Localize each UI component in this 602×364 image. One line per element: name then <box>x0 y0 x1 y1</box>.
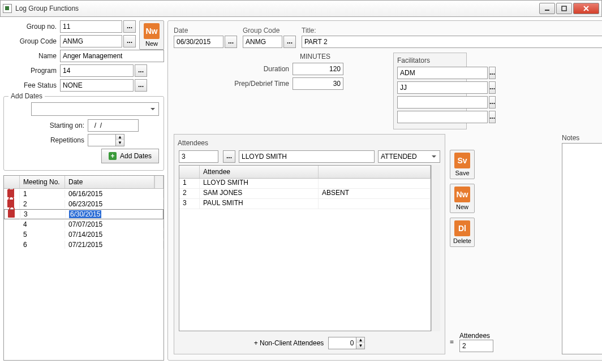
maximize-button[interactable] <box>556 3 572 14</box>
new-icon: Nw <box>144 23 160 39</box>
repetitions-input[interactable] <box>88 134 116 146</box>
meeting-row[interactable]: 206/23/2015 <box>4 199 164 209</box>
non-client-input[interactable] <box>328 337 356 349</box>
repetitions-label: Repetitions <box>8 136 88 144</box>
meeting-row[interactable]: 106/16/2015 <box>4 189 164 199</box>
nc-up[interactable]: ▲ <box>356 337 364 343</box>
att-filter-lookup[interactable]: ... <box>223 150 235 163</box>
col-date[interactable]: Date <box>65 176 154 188</box>
date-input[interactable] <box>174 36 223 48</box>
group-code-lookup[interactable]: ... <box>123 35 136 47</box>
hdr-code-input[interactable] <box>243 36 282 48</box>
meetings-grid[interactable]: Meeting No. Date 106/16/2015206/23/20153… <box>3 175 164 361</box>
meeting-row[interactable]: 407/07/2015 <box>4 219 164 229</box>
att-filter-status[interactable]: ATTENDED <box>378 150 440 163</box>
minimize-button[interactable] <box>539 3 555 14</box>
starting-on-label: Starting on: <box>8 122 88 129</box>
fee-status-lookup[interactable]: ... <box>135 79 147 92</box>
app-icon <box>3 4 12 13</box>
att-new-button[interactable]: NwNew <box>450 184 475 213</box>
meeting-row[interactable]: 507/14/2015 <box>4 229 164 240</box>
group-code-input[interactable] <box>60 35 122 47</box>
titlebar: Log Group Functions <box>0 0 602 17</box>
close-button[interactable] <box>573 3 599 14</box>
add-dates-group: Add Dates Starting on: Repetitions ▲▼ + <box>3 96 164 171</box>
title-input[interactable] <box>302 36 602 48</box>
plus-icon: + <box>109 152 117 160</box>
facilitators-box: Facilitators ............ <box>393 53 467 129</box>
att-save-button[interactable]: SvSave <box>450 150 475 179</box>
starting-on-input[interactable] <box>88 119 139 132</box>
program-lookup[interactable]: ... <box>135 64 147 77</box>
date-lookup[interactable]: ... <box>225 36 237 48</box>
fee-status-input[interactable] <box>60 79 134 92</box>
duration-input[interactable] <box>293 63 343 75</box>
group-no-label: Group no. <box>3 23 60 31</box>
attendee-row[interactable]: 1LLOYD SMITH <box>179 179 431 189</box>
rep-down[interactable]: ▼ <box>116 140 124 146</box>
attendee-row[interactable]: 3PAUL SMITH <box>179 199 431 209</box>
lock-icon <box>8 210 15 218</box>
prep-input[interactable] <box>293 77 343 90</box>
rep-up[interactable]: ▲ <box>116 135 124 140</box>
name-label: Name <box>3 52 60 60</box>
minutes-block: MINUTES Duration Prep/Debrief Time <box>174 53 343 129</box>
attendee-row[interactable]: 2SAM JONESABSENT <box>179 189 431 199</box>
facilitator-input[interactable] <box>397 111 488 123</box>
left-pane: Group no. ... Group Code ... Nw New Name… <box>3 20 164 361</box>
facilitator-input[interactable] <box>397 81 488 94</box>
facilitator-input[interactable] <box>397 96 488 109</box>
attendees-box: Attendees ... ATTENDED Attendee 1LLOYD S… <box>174 134 445 354</box>
notes-label: Notes <box>562 134 602 142</box>
group-no-lookup[interactable]: ... <box>123 20 136 33</box>
attendees-scroll[interactable] <box>431 165 440 331</box>
attendees-grid[interactable]: Attendee 1LLOYD SMITH2SAM JONESABSENT3PA… <box>179 165 431 331</box>
meeting-row[interactable]: 607/21/2015 <box>4 240 164 250</box>
name-input[interactable] <box>60 50 164 62</box>
attendees-count <box>459 340 493 352</box>
att-filter-index[interactable] <box>179 150 218 163</box>
program-input[interactable] <box>60 64 134 77</box>
add-dates-combo[interactable] <box>31 102 159 116</box>
col-meeting-no[interactable]: Meeting No. <box>20 176 65 188</box>
svg-rect-1 <box>562 6 566 11</box>
program-label: Program <box>3 67 60 75</box>
facilitator-input[interactable] <box>397 67 488 79</box>
new-group-button[interactable]: Nw New <box>139 20 164 50</box>
att-delete-button[interactable]: DlDelete <box>450 218 475 247</box>
att-filter-name[interactable] <box>239 150 375 163</box>
notes-textarea[interactable] <box>562 143 602 354</box>
nc-down[interactable]: ▼ <box>356 343 364 349</box>
right-pane: Date ... Group Code ... Title: Meeting N… <box>167 20 602 361</box>
group-code-label: Group Code <box>3 37 60 45</box>
meeting-row[interactable]: 36/30/2015 <box>4 209 164 219</box>
add-dates-button[interactable]: + Add Dates <box>101 149 159 163</box>
fee-status-label: Fee Status <box>3 81 60 89</box>
window-title: Log Group Functions <box>15 5 538 12</box>
group-no-input[interactable] <box>60 20 122 33</box>
hdr-code-lookup[interactable]: ... <box>283 36 296 48</box>
